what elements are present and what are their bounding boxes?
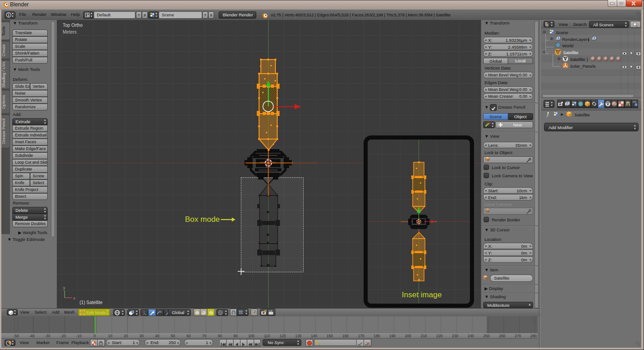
svg-text:x: x — [73, 296, 75, 300]
svg-text:y: y — [63, 285, 65, 290]
svg-text:(1) Satellite: (1) Satellite — [80, 300, 103, 305]
svg-text:Top Ortho: Top Ortho — [63, 23, 83, 28]
svg-text:Inset image: Inset image — [402, 290, 442, 299]
svg-text:Box mode: Box mode — [185, 215, 220, 224]
svg-text:Meters: Meters — [63, 30, 77, 35]
